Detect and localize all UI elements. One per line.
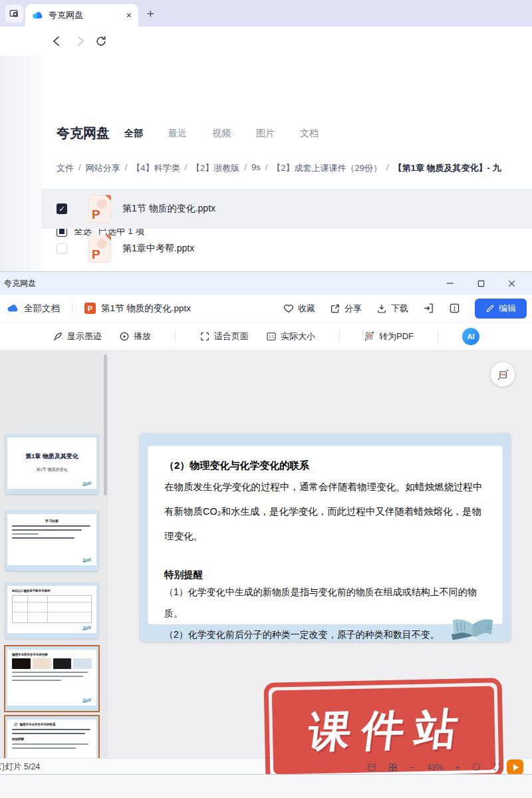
- slide-thumbnail-1[interactable]: 第1章 物质及其变化 第1节 物质的变化: [5, 434, 98, 494]
- download-icon: [376, 303, 387, 314]
- quark-logo-icon: [32, 10, 43, 21]
- minimize-button[interactable]: [435, 272, 466, 295]
- slide-text: （2）物理变化与化学变化的联系 在物质发生化学变化的过程中，通常会伴随着物理变化…: [164, 460, 489, 645]
- mini-slide-frame: 物理变化和化学变化的判断: [5, 646, 98, 711]
- ai-assistant-button[interactable]: AI: [462, 328, 479, 345]
- share-button[interactable]: 分享: [330, 303, 362, 315]
- file-row[interactable]: P 第1章中考帮.pptx: [41, 229, 532, 269]
- slide-thumbnail-3[interactable]: 知识点1 物质是不断变化着的: [5, 583, 98, 638]
- breadcrumb-item[interactable]: 【2】浙教版: [192, 162, 239, 174]
- file-checkbox-unchecked[interactable]: [57, 243, 67, 254]
- drive-tabs: 全部 最近 视频 图片 文档: [124, 128, 319, 140]
- pencil-icon: [485, 304, 495, 313]
- slide-thumbnail-5-current[interactable]: （2）物理变化与化学变化的联系 特别提醒: [5, 716, 98, 758]
- maximize-button[interactable]: [466, 272, 496, 295]
- share-icon: [330, 303, 340, 314]
- left-sidebar-sliver: [0, 56, 41, 271]
- desktop-background: [0, 775, 532, 798]
- thumb-title: 第1章 物质及其变化: [7, 452, 96, 461]
- slide-thumbnail-2[interactable]: 学习目标: [5, 511, 98, 571]
- play-icon: [513, 764, 519, 771]
- mini-slide-frame: 第1章 物质及其变化 第1节 物质的变化: [5, 434, 98, 494]
- download-button[interactable]: 下载: [376, 303, 408, 315]
- breadcrumb-item[interactable]: 【2】成套上课课件（29份）: [272, 162, 382, 174]
- book-icon: [81, 555, 93, 563]
- tab-recent[interactable]: 最近: [168, 128, 187, 140]
- forward-icon[interactable]: [73, 35, 86, 48]
- pdf-convert-icon: PDF: [364, 331, 375, 342]
- show-ink-button[interactable]: 显示墨迹: [53, 331, 102, 342]
- tab-all[interactable]: 全部: [124, 128, 143, 140]
- edit-label: 编辑: [499, 303, 516, 315]
- preview-window: 夸克网盘 全部文档 P 第1节 物质的变化.pptx 收藏: [0, 271, 532, 775]
- view-toolbar: 显示墨迹 播放 适合页面 1:1 实际大小 PDF 转为PDF AI: [0, 323, 532, 350]
- window-title-bar[interactable]: 夸克网盘: [0, 272, 532, 295]
- fit-page-button[interactable]: 适合页面: [200, 331, 249, 342]
- file-row[interactable]: ✓ P 第1节 物质的变化.pptx: [41, 189, 532, 229]
- actual-size-button[interactable]: 1:1 实际大小: [266, 331, 315, 342]
- tab-close-icon[interactable]: ×: [126, 11, 132, 20]
- breadcrumb-separator: /: [265, 162, 268, 174]
- thumb-title: 知识点1 物质是不断变化着的: [12, 589, 92, 593]
- breadcrumb-item[interactable]: 网站分享: [86, 162, 120, 174]
- document-name: 第1节 物质的变化.pptx: [101, 303, 191, 315]
- mini-table: [12, 595, 92, 623]
- file-name[interactable]: 第1节 物质的变化.pptx: [122, 203, 215, 215]
- stamp-text: 课件站: [296, 700, 471, 761]
- favorite-button[interactable]: 收藏: [283, 303, 315, 315]
- browser-tab-bar: 夸克网盘 × ＋: [0, 0, 532, 27]
- book-icon: [81, 623, 93, 630]
- normal-view-icon[interactable]: [367, 763, 376, 772]
- svg-text:PDF: PDF: [368, 335, 371, 337]
- play-slideshow-button[interactable]: 播放: [119, 331, 151, 342]
- thumbnail-scrollbar[interactable]: [104, 354, 107, 495]
- feedback-button[interactable]: [449, 303, 460, 314]
- tab-image[interactable]: 图片: [256, 128, 275, 140]
- thumb-subtitle: 特别提醒: [12, 737, 92, 741]
- tab-video[interactable]: 视频: [212, 128, 231, 140]
- save-to-drive-button[interactable]: [423, 303, 434, 314]
- fullscreen-icon[interactable]: [493, 763, 501, 771]
- pdf-convert-floating-button[interactable]: PDF: [491, 362, 515, 386]
- file-checkbox-checked[interactable]: ✓: [57, 203, 67, 214]
- divider: [438, 331, 438, 342]
- show-ink-label: 显示墨迹: [67, 331, 102, 342]
- edit-button[interactable]: 编辑: [475, 299, 527, 319]
- new-tab-button[interactable]: ＋: [142, 5, 158, 21]
- heart-icon: [283, 303, 294, 314]
- play-label: 播放: [134, 331, 151, 342]
- fit-page-label: 适合页面: [214, 331, 249, 342]
- refresh-icon[interactable]: [94, 35, 108, 48]
- browser-nav-bar: [0, 27, 532, 56]
- pdf-convert-icon: PDF: [497, 368, 509, 381]
- breadcrumb-item[interactable]: 文件: [57, 162, 74, 174]
- slide-reminder-item: （2）化学变化前后分子的种类一定改变，原子的种类和数目不变。: [164, 624, 489, 645]
- back-icon[interactable]: [51, 35, 64, 48]
- zoom-out-button[interactable]: −: [410, 763, 415, 772]
- thumb-title: 学习目标: [7, 519, 96, 523]
- all-docs-link[interactable]: 全部文档: [24, 303, 60, 315]
- pptx-file-icon: P: [88, 235, 111, 263]
- slide-thumbnail-4[interactable]: 物理变化和化学变化的判断: [5, 646, 98, 711]
- slide-sorter-view-icon[interactable]: [388, 763, 398, 772]
- window-title: 夸克网盘: [4, 278, 36, 289]
- tab-title: 夸克网盘: [49, 9, 121, 21]
- drive-content: 夸克网盘 全部 最近 视频 图片 文档 文件/ 网站分享/ 【4】科学类/ 【2…: [0, 56, 532, 271]
- breadcrumb-item[interactable]: 【4】科学类: [132, 162, 180, 174]
- tab-search-button[interactable]: [5, 5, 23, 23]
- fit-window-icon[interactable]: [472, 763, 481, 771]
- file-name[interactable]: 第1章中考帮.pptx: [122, 243, 194, 255]
- book-icon: [81, 696, 93, 703]
- close-window-button[interactable]: [496, 272, 527, 295]
- divider: [72, 303, 72, 315]
- browser-tab[interactable]: 夸克网盘 ×: [25, 4, 138, 27]
- thumb-title: 物理变化和化学变化的判断: [12, 653, 92, 656]
- slide-paper: （2）物理变化与化学变化的联系 在物质发生化学变化的过程中，通常会伴随着物理变化…: [148, 446, 502, 624]
- breadcrumb-separator: /: [125, 162, 128, 174]
- floating-play-button[interactable]: [507, 759, 523, 775]
- convert-to-pdf-button[interactable]: PDF 转为PDF: [364, 331, 414, 342]
- breadcrumb-separator: /: [78, 162, 81, 174]
- tab-doc[interactable]: 文档: [300, 128, 319, 140]
- zoom-in-button[interactable]: +: [455, 763, 460, 772]
- breadcrumb-item[interactable]: 9s: [251, 162, 261, 174]
